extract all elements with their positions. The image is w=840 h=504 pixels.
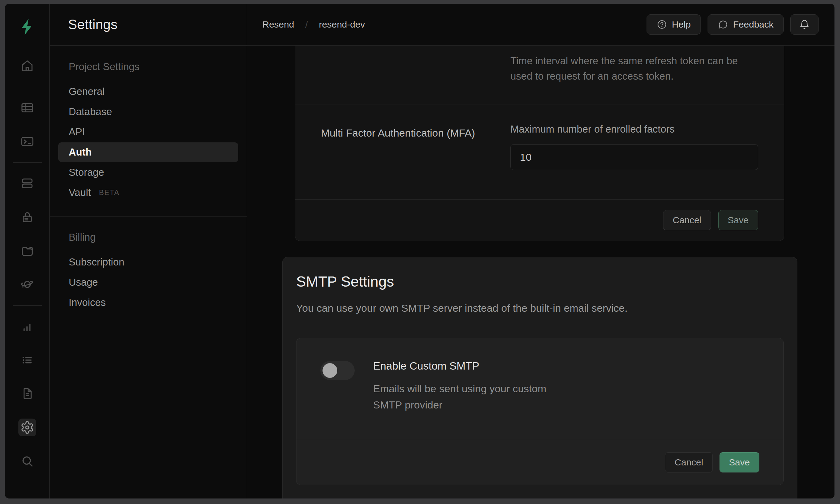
- settings-scroll-area[interactable]: Time interval where the same refresh tok…: [247, 46, 835, 499]
- rail-divider: [13, 305, 42, 306]
- breadcrumb-separator: /: [305, 19, 308, 30]
- nav-item-label: Subscription: [69, 256, 124, 268]
- settings-nav-panel: Settings Project Settings General Databa…: [50, 4, 247, 499]
- speech-bubble-icon: [718, 19, 728, 30]
- mfa-label: Multi Factor Authentication (MFA): [321, 127, 511, 139]
- smtp-description: You can use your own SMTP server instead…: [296, 302, 784, 314]
- page-title: Settings: [68, 17, 117, 32]
- nav-item-label: Database: [69, 106, 112, 118]
- rail-divider: [13, 87, 42, 87]
- sidebar-item-table-editor[interactable]: [18, 99, 36, 117]
- nav-item-label: Vault: [69, 187, 91, 198]
- gear-icon: [20, 420, 34, 434]
- list-icon: [20, 353, 34, 367]
- nav-item-label: Storage: [69, 166, 104, 178]
- sidebar-item-project-settings[interactable]: [18, 418, 36, 436]
- file-text-icon: [20, 387, 34, 401]
- sidebar-item-database[interactable]: [18, 175, 36, 192]
- folder-icon: [20, 244, 34, 258]
- smtp-title: SMTP Settings: [296, 273, 784, 290]
- nav-item-usage[interactable]: Usage: [58, 272, 238, 292]
- smtp-toggle-label: Enable Custom SMTP: [373, 360, 572, 372]
- smtp-toggle-row: Enable Custom SMTP Emails will be sent u…: [296, 338, 783, 440]
- app-window: Settings Project Settings General Databa…: [5, 4, 835, 499]
- icon-sidebar: [5, 4, 50, 499]
- lock-icon: [20, 210, 34, 224]
- home-icon: [20, 59, 34, 73]
- sidebar-item-logs[interactable]: [18, 351, 36, 369]
- nav-item-subscription[interactable]: Subscription: [58, 252, 238, 272]
- nav-item-vault[interactable]: Vault BETA: [58, 183, 238, 202]
- toggle-knob: [323, 363, 337, 378]
- smtp-save-button[interactable]: Save: [720, 452, 759, 472]
- nav-section-billing: Billing: [58, 232, 238, 243]
- main-area: Resend / resend-dev Help Feedback: [247, 4, 835, 499]
- sidebar-item-sql-editor[interactable]: [18, 132, 36, 150]
- mfa-max-factors-input[interactable]: [511, 144, 758, 170]
- nav-item-api[interactable]: API: [58, 122, 238, 142]
- sidebar-item-search[interactable]: [18, 452, 36, 470]
- rail-divider: [13, 162, 42, 163]
- auth-settings-card: Time interval where the same refresh tok…: [295, 46, 784, 241]
- nav-item-auth[interactable]: Auth: [58, 142, 238, 162]
- mfa-field-label: Maximum number of enrolled factors: [511, 123, 758, 135]
- lightning-bolt-icon: [18, 18, 36, 36]
- settings-nav-body: Project Settings General Database API Au…: [50, 46, 247, 313]
- smtp-toggle-text: Enable Custom SMTP Emails will be sent u…: [373, 360, 572, 413]
- table-icon: [20, 101, 34, 115]
- auth-cancel-button[interactable]: Cancel: [663, 210, 710, 230]
- refresh-token-description: Time interval where the same refresh tok…: [511, 53, 758, 84]
- smtp-settings-panel: SMTP Settings You can use your own SMTP …: [282, 257, 798, 499]
- mfa-row: Multi Factor Authentication (MFA) Maximu…: [295, 104, 784, 199]
- planet-orbit-icon: [20, 277, 34, 291]
- bar-chart-icon: [20, 319, 34, 334]
- feedback-button-label: Feedback: [733, 19, 773, 30]
- nav-item-label: Usage: [69, 276, 98, 288]
- smtp-enable-card: Enable Custom SMTP Emails will be sent u…: [296, 338, 784, 485]
- top-bar: Resend / resend-dev Help Feedback: [247, 4, 835, 46]
- smtp-card-footer: Cancel Save: [296, 440, 783, 485]
- nav-item-database[interactable]: Database: [58, 102, 238, 122]
- nav-item-label: Auth: [69, 146, 92, 158]
- sidebar-item-reports[interactable]: [18, 318, 36, 335]
- refresh-token-row: Time interval where the same refresh tok…: [295, 46, 784, 104]
- sidebar-item-edge-functions[interactable]: [18, 275, 36, 293]
- feedback-button[interactable]: Feedback: [707, 14, 784, 35]
- nav-section-project-settings: Project Settings: [58, 61, 238, 73]
- sidebar-item-authentication[interactable]: [18, 208, 36, 226]
- notifications-button[interactable]: [790, 14, 819, 35]
- nav-item-label: Invoices: [69, 297, 106, 308]
- terminal-icon: [20, 134, 34, 148]
- beta-badge: BETA: [99, 188, 120, 197]
- nav-item-label: API: [69, 126, 85, 138]
- sidebar-item-home[interactable]: [18, 57, 36, 75]
- nav-item-invoices[interactable]: Invoices: [58, 293, 238, 312]
- help-button[interactable]: Help: [647, 14, 701, 35]
- supabase-logo[interactable]: [17, 17, 37, 37]
- nav-item-storage[interactable]: Storage: [58, 163, 238, 182]
- enable-custom-smtp-toggle[interactable]: [320, 361, 355, 380]
- auth-card-footer: Cancel Save: [295, 199, 784, 241]
- help-button-label: Help: [672, 19, 691, 30]
- smtp-toggle-description: Emails will be sent using your custom SM…: [373, 381, 572, 413]
- bell-icon: [799, 19, 810, 30]
- top-bar-actions: Help Feedback: [647, 14, 819, 35]
- search-icon: [20, 454, 34, 468]
- breadcrumb-project[interactable]: resend-dev: [319, 19, 365, 30]
- nav-item-general[interactable]: General: [58, 82, 238, 101]
- auth-save-button[interactable]: Save: [718, 210, 758, 230]
- smtp-cancel-button[interactable]: Cancel: [665, 452, 713, 472]
- database-icon: [20, 176, 34, 191]
- settings-nav-header: Settings: [50, 4, 247, 46]
- sidebar-item-api-docs[interactable]: [18, 385, 36, 403]
- nav-item-label: General: [69, 86, 105, 97]
- breadcrumb-org[interactable]: Resend: [262, 19, 294, 30]
- sidebar-item-storage[interactable]: [18, 242, 36, 260]
- help-circle-icon: [657, 19, 667, 30]
